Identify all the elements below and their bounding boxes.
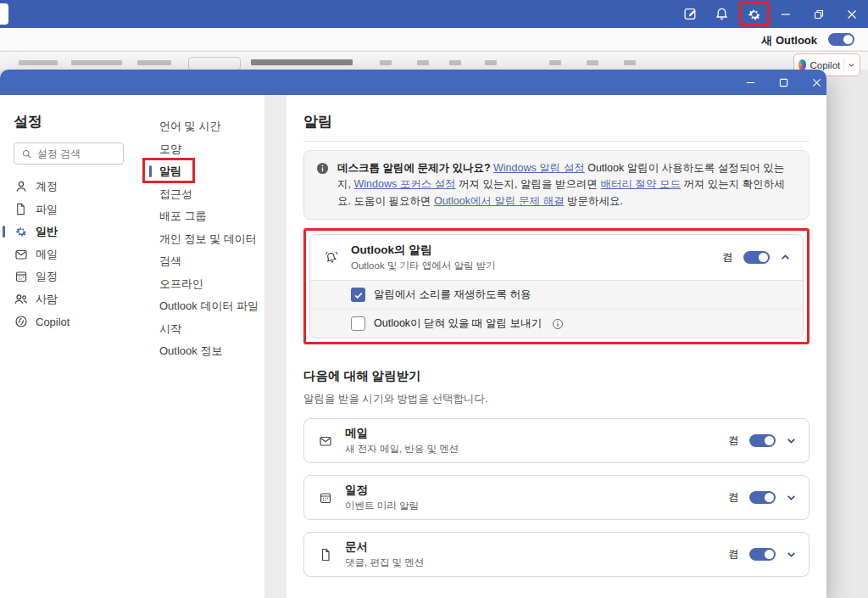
nav-item-label: 오프라인 — [159, 277, 203, 292]
notify-card-subtitle: 새 전자 메일, 반응 및 멘션 — [345, 443, 719, 455]
banner-link[interactable]: Windows 포커스 설정 — [353, 178, 455, 190]
sidebar-item-파일[interactable]: 파일 — [14, 198, 136, 221]
notify-card-header[interactable]: 문서댓글, 편집 및 멘션켬 — [304, 533, 809, 576]
nav-item-시작[interactable]: 시작 — [136, 318, 264, 341]
nav-item-label: 배포 그룹 — [159, 209, 207, 224]
notify-card-subtitle: 이벤트 미리 알림 — [345, 500, 719, 512]
notification-bell-icon — [322, 249, 341, 266]
chevron-down-icon[interactable] — [786, 435, 797, 446]
sidebar-list: 계정파일일반메일일정사람Copilot — [14, 176, 136, 333]
people-icon — [14, 292, 28, 306]
toggle-state-label: 켬 — [729, 547, 740, 562]
copilot-button-label: Copilot — [810, 60, 840, 70]
feedback-icon[interactable] — [676, 0, 704, 28]
nav-item-알림[interactable]: 알림 — [136, 160, 264, 183]
toggle-state-label: 켬 — [729, 490, 740, 505]
sidebar-item-label: 계정 — [36, 179, 58, 194]
banner-link[interactable]: 배터리 절약 모드 — [600, 178, 680, 190]
sidebar-item-일반[interactable]: 일반 — [14, 221, 136, 243]
close-icon[interactable] — [800, 70, 826, 95]
close-icon[interactable] — [837, 0, 866, 28]
checkbox-unchecked-icon[interactable] — [351, 316, 365, 331]
outlook-options: 알림에서 소리를 재생하도록 허용Outlook이 닫혀 있을 때 알림 보내기 — [310, 280, 803, 338]
nav-item-label: 시작 — [159, 321, 181, 337]
nav-item-label: 알림 — [159, 164, 181, 179]
notify-card-title: 메일 — [345, 426, 719, 441]
sidebar-item-사람[interactable]: 사람 — [14, 288, 136, 311]
maximize-icon[interactable] — [767, 70, 799, 95]
outlook-notifications-subtitle: Outlook 및 기타 앱에서 알림 받기 — [351, 260, 713, 272]
outlook-notifications-header[interactable]: Outlook의 알림 Outlook 및 기타 앱에서 알림 받기 켬 — [310, 235, 803, 280]
restore-icon[interactable] — [804, 0, 833, 28]
notification-option-row[interactable]: 알림에서 소리를 재생하도록 허용 — [310, 280, 803, 309]
nav-item-접근성[interactable]: 접근성 — [136, 183, 264, 206]
nav-gutter — [264, 95, 287, 598]
notify-card-일정[interactable]: 일정이벤트 미리 알림켬 — [303, 475, 810, 520]
new-outlook-toggle[interactable] — [828, 33, 854, 46]
nav-item-label: Outlook 데이터 파일 — [159, 299, 259, 314]
new-outlook-strip: 새 Outlook — [0, 28, 868, 51]
banner-link[interactable]: Windows 알림 설정 — [493, 162, 585, 174]
outlook-notifications-toggle[interactable] — [743, 251, 770, 264]
minimize-icon[interactable] — [734, 70, 766, 95]
banner-plain-text: 꺼져 있는지, 알림을 받으려면 — [456, 178, 601, 190]
banner-text: 데스크톱 알림에 문제가 있나요? Windows 알림 설정 Outlook … — [337, 160, 797, 210]
nav-item-Outlook 정보[interactable]: Outlook 정보 — [136, 340, 264, 363]
notify-card-subtitle: 댓글, 편집 및 멘션 — [345, 556, 719, 569]
page-title: 알림 — [303, 112, 810, 142]
notify-toggle[interactable] — [749, 548, 776, 561]
mail-icon — [14, 248, 28, 261]
option-label: 알림에서 소리를 재생하도록 허용 — [374, 288, 531, 302]
sidebar-item-label: 메일 — [36, 247, 58, 262]
settings-nav: 언어 및 시간모양알림접근성배포 그룹개인 정보 및 데이터검색오프라인Outl… — [136, 95, 264, 598]
sidebar-item-계정[interactable]: 계정 — [14, 176, 136, 198]
settings-search-input[interactable] — [14, 143, 124, 165]
chevron-up-icon[interactable] — [780, 252, 791, 263]
outlook-notifications-card: Outlook의 알림 Outlook 및 기타 앱에서 알림 받기 켬 알림에… — [309, 234, 804, 338]
notify-card-header[interactable]: 일정이벤트 미리 알림켬 — [304, 476, 809, 519]
nav-item-모양[interactable]: 모양 — [136, 138, 264, 161]
notify-card-header[interactable]: 메일새 전자 메일, 반응 및 멘션켬 — [304, 419, 809, 462]
checkbox-checked-icon[interactable] — [351, 288, 365, 302]
settings-main: 알림 데스크톱 알림에 문제가 있나요? Windows 알림 설정 Outlo… — [287, 95, 826, 598]
nav-item-개인 정보 및 데이터[interactable]: 개인 정보 및 데이터 — [136, 228, 264, 251]
chevron-down-icon[interactable] — [786, 492, 797, 503]
notify-card-title: 문서 — [345, 539, 719, 555]
nav-item-label: 검색 — [159, 254, 181, 269]
sidebar-item-메일[interactable]: 메일 — [14, 243, 136, 266]
notification-option-row[interactable]: Outlook이 닫혀 있을 때 알림 보내기 — [310, 309, 803, 338]
banner-link[interactable]: Outlook에서 알림 문제 해결 — [434, 195, 565, 207]
chevron-down-icon[interactable] — [786, 549, 797, 560]
minimize-icon[interactable] — [771, 0, 800, 28]
notify-card-문서[interactable]: 문서댓글, 편집 및 멘션켬 — [303, 532, 810, 577]
nav-item-오프라인[interactable]: 오프라인 — [136, 273, 264, 296]
settings-search-field[interactable] — [37, 148, 114, 159]
nav-item-label: 접근성 — [159, 187, 192, 202]
document-icon — [316, 548, 335, 562]
chevron-down-icon[interactable] — [848, 61, 855, 69]
toggle-state-label: 켬 — [729, 433, 740, 448]
file-icon — [14, 203, 28, 215]
nav-item-검색[interactable]: 검색 — [136, 250, 264, 273]
calendar-icon — [14, 270, 28, 283]
search-box-fragment — [0, 3, 8, 25]
sidebar-item-Copilot[interactable]: Copilot — [14, 310, 136, 333]
banner-plain-text: 방문하세요. — [564, 195, 622, 207]
app-titlebar — [0, 0, 868, 28]
notify-cards: 메일새 전자 메일, 반응 및 멘션켬일정이벤트 미리 알림켬문서댓글, 편집 … — [303, 418, 810, 577]
sidebar-item-일정[interactable]: 일정 — [14, 265, 136, 288]
nav-item-Outlook 데이터 파일[interactable]: Outlook 데이터 파일 — [136, 295, 264, 318]
notification-info-banner: 데스크톱 알림에 문제가 있나요? Windows 알림 설정 Outlook … — [303, 150, 810, 220]
nav-item-label: Outlook 정보 — [159, 344, 222, 359]
gear-icon[interactable] — [740, 0, 769, 28]
nav-item-언어 및 시간[interactable]: 언어 및 시간 — [136, 115, 264, 138]
search-icon — [21, 148, 32, 159]
gear-icon — [14, 225, 28, 238]
bell-icon[interactable] — [707, 0, 736, 28]
notify-toggle[interactable] — [749, 434, 776, 447]
notify-toggle[interactable] — [749, 491, 776, 504]
notify-card-메일[interactable]: 메일새 전자 메일, 반응 및 멘션켬 — [303, 418, 810, 463]
info-icon[interactable] — [552, 318, 564, 330]
nav-item-배포 그룹[interactable]: 배포 그룹 — [136, 205, 264, 228]
notify-section-heading: 다음에 대해 알림받기 — [303, 368, 810, 384]
